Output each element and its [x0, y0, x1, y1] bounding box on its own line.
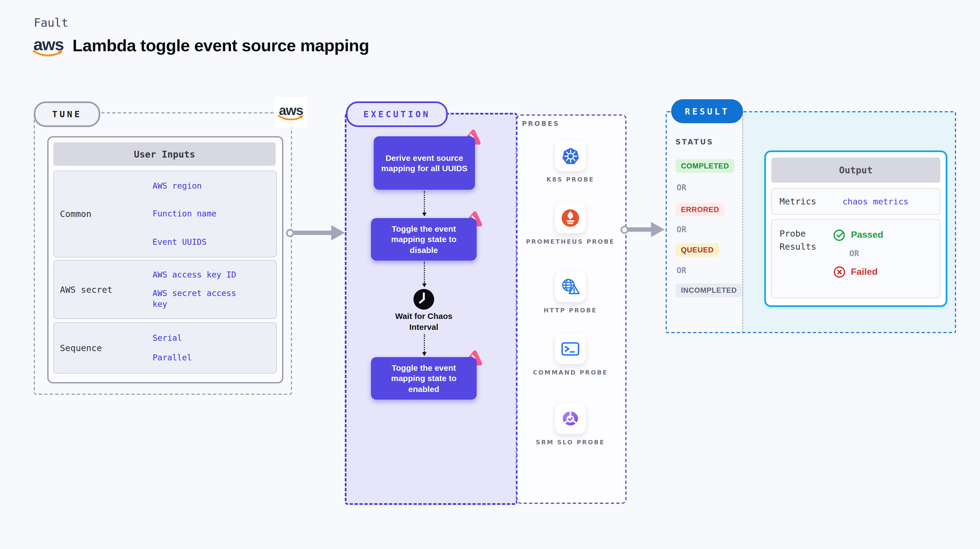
link-aws-region[interactable]: AWS region: [153, 180, 254, 192]
or-separator: OR: [849, 249, 883, 259]
row-links: AWS access key ID AWS secret access key: [153, 269, 254, 310]
step-toggle-mapping-enable: Toggle the event mapping state to enable…: [371, 357, 477, 400]
check-circle-icon: [833, 228, 846, 241]
aws-logo: aws: [33, 36, 64, 58]
link-parallel[interactable]: Parallel: [153, 352, 254, 363]
step-label: Toggle the event mapping state to enable…: [371, 357, 477, 400]
flow-arrow-down: [424, 191, 425, 212]
link-function-name[interactable]: Function name: [153, 209, 254, 220]
kubernetes-icon: [561, 147, 580, 165]
probe-card-prometheus: [555, 203, 585, 233]
or-separator: OR: [676, 225, 686, 235]
output-row-probe-results: Probe Results Passed OR Failed: [772, 219, 940, 298]
probe-card-http: [555, 271, 585, 302]
x-circle-icon: [833, 265, 846, 279]
step-label: Derive event source mapping for all UUID…: [374, 136, 475, 190]
page-title: Lambda toggle event source mapping: [72, 36, 369, 56]
probe-card-k8s: [555, 140, 585, 171]
table-row-aws-secret: AWS secret AWS access key ID AWS secret …: [53, 260, 277, 319]
status-badge-incompleted: INCOMPLETED: [676, 284, 742, 297]
output-row-metrics: Metrics chaos metrics: [772, 188, 940, 215]
or-separator: OR: [676, 265, 686, 275]
slo-donut-icon: [560, 409, 580, 429]
failed-label: Failed: [851, 267, 878, 278]
probes-label: PROBES: [522, 120, 560, 128]
probe-results-label: Probe Results: [780, 227, 829, 254]
row-label: Sequence: [54, 343, 153, 353]
probe-card-srm-slo: [555, 404, 585, 434]
aws-wordmark: aws: [33, 36, 64, 53]
diagram-canvas: Fault aws Lambda toggle event source map…: [0, 0, 980, 549]
passed-label: Passed: [851, 230, 883, 241]
step-label: Toggle the event mapping state to disabl…: [371, 218, 477, 260]
status-badge-queued: QUEUED: [676, 243, 719, 257]
link-aws-access-key-id[interactable]: AWS access key ID: [153, 269, 254, 280]
table-row-common: Common AWS region Function name Event UU…: [53, 171, 277, 257]
execution-badge: EXECUTION: [346, 101, 448, 127]
result-badge: RESULT: [671, 99, 743, 123]
chaos-metrics-link[interactable]: chaos metrics: [842, 196, 908, 206]
probe-label-prometheus: PROMETHEUS PROBE: [516, 238, 624, 246]
or-separator: OR: [676, 183, 686, 192]
probe-label-srm-slo: SRM SLO PROBE: [516, 438, 624, 447]
link-event-uuids[interactable]: Event UUIDS: [153, 236, 254, 247]
link-serial[interactable]: Serial: [153, 333, 254, 344]
probe-result-passed: Passed: [833, 228, 883, 241]
status-label: STATUS: [676, 138, 714, 146]
probe-label-k8s: K8S PROBE: [516, 176, 624, 184]
prometheus-icon: [561, 209, 580, 227]
probe-label-http: HTTP PROBE: [516, 306, 624, 315]
status-badge-completed: COMPLETED: [676, 159, 735, 173]
status-badge-errored: ERRORED: [676, 203, 725, 216]
output-header: Output: [772, 158, 940, 183]
probe-label-command: COMMAND PROBE: [516, 369, 624, 377]
probe-result-failed: Failed: [833, 265, 883, 279]
row-links: AWS region Function name Event UUIDS: [153, 180, 254, 247]
wait-for-chaos-interval-label: Wait for Chaos Interval: [380, 311, 468, 332]
flow-arrow-down: [424, 262, 425, 284]
table-row-sequence: Sequence Serial Parallel: [53, 322, 277, 373]
row-label: AWS secret: [54, 284, 153, 295]
aws-logo-tune: aws: [275, 97, 307, 128]
probe-results-values: Passed OR Failed: [833, 228, 883, 279]
wait-clock-icon: [413, 289, 435, 310]
globe-warning-icon: [561, 278, 580, 295]
output-card: Output Metrics chaos metrics Probe Resul…: [764, 150, 947, 307]
metrics-label: Metrics: [780, 196, 816, 207]
terminal-icon: [561, 341, 580, 357]
tune-badge: TUNE: [34, 101, 100, 127]
step-toggle-mapping-disable: Toggle the event mapping state to disabl…: [371, 218, 477, 260]
flow-arrow-down: [424, 334, 425, 352]
aws-smile-icon: [278, 114, 304, 121]
probe-card-command: [555, 334, 585, 364]
row-label: Common: [54, 209, 153, 219]
step-derive-event-source-mapping: Derive event source mapping for all UUID…: [374, 136, 475, 190]
fault-eyebrow: Fault: [34, 16, 68, 29]
link-aws-secret-access-key[interactable]: AWS secret access key: [153, 288, 254, 310]
user-inputs-header: User Inputs: [53, 142, 276, 166]
row-links: Serial Parallel: [153, 333, 254, 363]
